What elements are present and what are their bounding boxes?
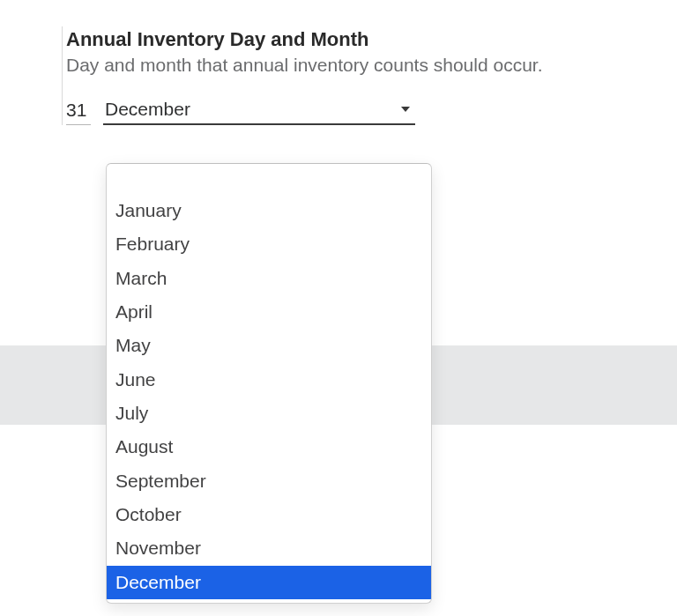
month-select[interactable]: December: [103, 97, 415, 125]
month-option-october[interactable]: October: [107, 498, 431, 531]
month-option-august[interactable]: August: [107, 430, 431, 464]
month-option-december[interactable]: December: [107, 566, 431, 599]
month-option-march[interactable]: March: [107, 262, 431, 295]
month-option-january[interactable]: January: [107, 194, 431, 227]
month-option-june[interactable]: June: [107, 363, 431, 397]
section-description: Day and month that annual inventory coun…: [64, 55, 642, 97]
inventory-date-panel: Annual Inventory Day and Month Day and m…: [62, 26, 642, 125]
month-option-april[interactable]: April: [107, 295, 431, 329]
month-dropdown-list[interactable]: January February March April May June Ju…: [106, 163, 432, 604]
month-option-may[interactable]: May: [107, 329, 431, 362]
date-controls: 31 December: [64, 97, 642, 125]
section-title: Annual Inventory Day and Month: [64, 26, 642, 55]
month-option-september[interactable]: September: [107, 464, 431, 498]
month-option-november[interactable]: November: [107, 531, 431, 565]
day-input[interactable]: 31: [66, 98, 91, 125]
month-option-july[interactable]: July: [107, 397, 431, 430]
month-select-value: December: [105, 99, 190, 120]
month-option-february[interactable]: February: [107, 227, 431, 261]
chevron-down-icon: [401, 107, 410, 112]
